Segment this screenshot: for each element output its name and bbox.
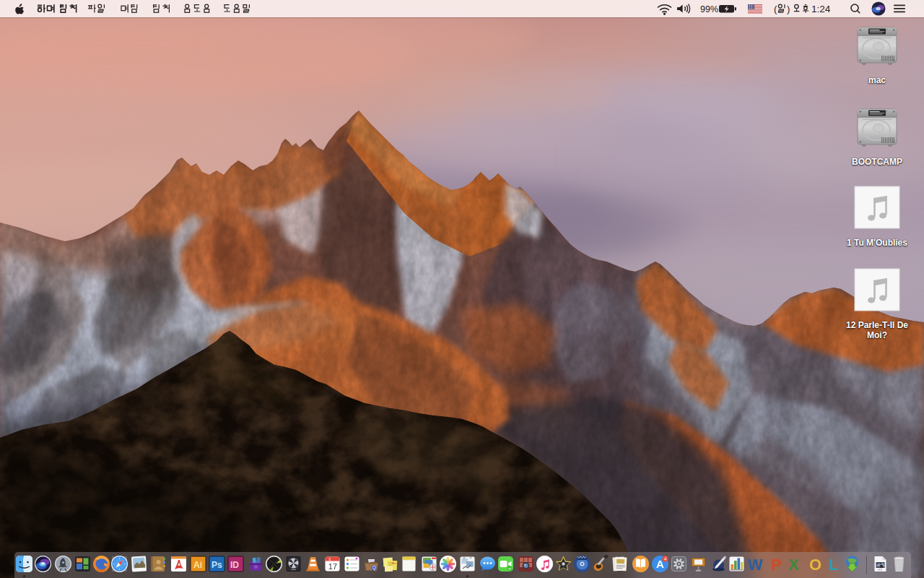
svg-text:4: 4 <box>664 556 667 561</box>
svg-text:L: L <box>829 556 838 573</box>
svg-text:1:24: 1:24 <box>811 4 831 14</box>
svg-text:JPG: JPG <box>878 569 883 571</box>
svg-text:ID: ID <box>230 560 239 570</box>
svg-text:W: W <box>748 556 763 573</box>
svg-text:): ) <box>787 4 790 14</box>
svg-text:Rem: Rem <box>392 562 397 565</box>
svg-text:Ai: Ai <box>193 560 202 570</box>
svg-text:O: O <box>809 556 821 573</box>
svg-text:Ps: Ps <box>212 560 222 570</box>
svg-text:(: ( <box>774 4 777 14</box>
svg-text:17: 17 <box>328 562 336 571</box>
svg-text:X: X <box>788 556 799 573</box>
svg-text:99%: 99% <box>700 4 718 14</box>
svg-text:Q: Q <box>372 565 375 571</box>
svg-text:P: P <box>771 556 782 573</box>
